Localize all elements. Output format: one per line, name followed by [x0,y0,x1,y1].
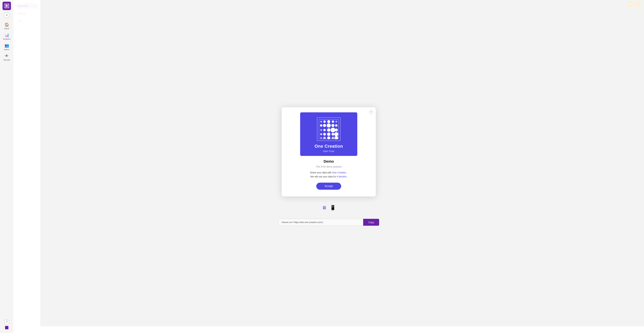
svg-point-8 [6,7,7,8]
embed-bar: Copy [278,219,379,226]
svg-point-9 [8,7,9,8]
svg-point-27 [327,133,330,136]
svg-point-26 [323,133,326,136]
main-sidebar: + 🏠 Home 📊 Analytics 👥 Admin 👁 Decrypt ? [0,0,14,333]
svg-point-10 [320,121,322,122]
mobile-icon[interactable]: 📱 [330,205,336,210]
sidebar-footer-logo [5,326,8,330]
modal: × [282,107,376,197]
admin-icon: 👥 [4,43,9,48]
svg-point-18 [332,124,334,127]
sidebar-item-analytics[interactable]: 📊 Analytics [0,31,14,42]
modal-brand-tagline: Earn Trust [323,150,334,153]
modal-brand-name: One Creation [314,144,343,149]
main-content: 🔔 2 Standard Pop-up 16:9 × [14,0,644,333]
embed-input[interactable] [278,219,363,226]
share-text-second: We will use your data for [310,175,337,178]
logo-dots-container [317,117,340,141]
svg-point-4 [5,6,6,7]
svg-point-30 [320,137,322,139]
decrypt-icon: 👁 [5,54,8,58]
svg-point-29 [334,132,338,136]
svg-point-22 [327,128,330,132]
accept-button[interactable]: Accept [316,183,341,190]
app-logo[interactable] [2,2,11,10]
modal-title: Demo [324,159,334,164]
duration-link[interactable]: 6 Months [337,175,346,178]
sidebar-item-home-label: Home [4,28,9,30]
help-icon: ? [6,320,8,323]
svg-point-20 [320,129,322,131]
sidebar-item-analytics-label: Analytics [3,38,10,40]
desktop-icon[interactable]: 🖥 [322,205,326,210]
svg-point-19 [335,124,338,127]
svg-point-28 [332,133,334,136]
sidebar-bottom: ? [4,319,10,331]
analytics-icon: 📊 [4,33,9,37]
svg-point-13 [332,120,334,123]
dots-grid-svg [319,119,339,139]
sidebar-item-home[interactable]: 🏠 Home [0,21,14,31]
device-bar: 🖥 📱 [322,205,336,210]
svg-point-5 [6,5,8,7]
close-icon: × [370,111,372,114]
share-text-prefix: Share your data with [310,171,332,174]
add-button[interactable]: + [4,12,10,18]
modal-logo-section: One Creation Earn Trust [300,112,357,156]
svg-point-25 [320,133,322,135]
svg-point-15 [320,124,322,127]
svg-point-16 [323,124,326,127]
modal-overlay: × [14,0,644,333]
help-button[interactable]: ? [4,319,10,324]
share-text-end: . [346,175,347,178]
modal-share-text: Share your data with One Creation . We w… [310,171,348,179]
copy-button[interactable]: Copy [363,219,379,226]
home-icon: 🏠 [4,23,9,27]
modal-container: × [278,107,379,226]
svg-point-21 [323,129,326,131]
modal-close-button[interactable]: × [369,110,374,114]
svg-point-6 [8,6,9,7]
modal-logo-bg: One Creation Earn Trust [300,112,357,156]
sidebar-item-decrypt-label: Decrypt [4,59,10,61]
share-link[interactable]: One Creation [332,171,346,174]
svg-point-7 [5,7,6,8]
sidebar-item-admin-label: Admin [4,49,9,51]
svg-point-14 [336,121,337,122]
svg-point-3 [8,4,9,5]
svg-point-12 [327,120,330,123]
svg-point-1 [5,4,6,5]
sidebar-item-decrypt[interactable]: 👁 Decrypt [0,52,14,63]
share-text-middle: . [346,171,348,174]
svg-point-2 [6,4,7,5]
modal-description: This is for demo purpose [316,165,342,168]
svg-point-17 [327,123,331,128]
svg-point-23 [330,128,335,132]
sidebar-item-admin[interactable]: 👥 Admin [0,42,14,52]
svg-point-31 [323,137,326,139]
svg-point-11 [323,120,326,123]
svg-point-33 [332,137,334,139]
svg-point-24 [335,129,338,132]
footer-logo-icon [5,326,8,329]
